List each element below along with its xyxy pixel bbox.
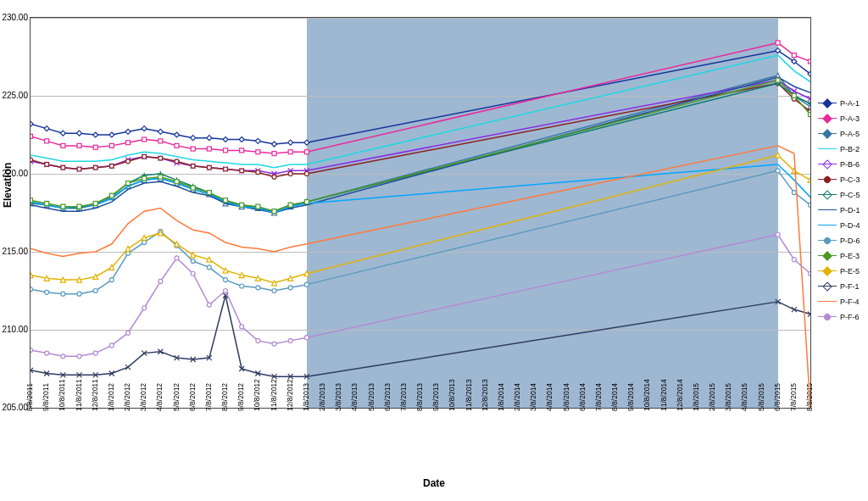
svg-point-173 [93,351,97,355]
svg-rect-40 [288,150,292,154]
svg-line-97 [307,170,778,284]
svg-rect-121 [31,198,33,203]
svg-marker-2 [44,126,49,131]
svg-rect-141 [809,113,811,117]
svg-marker-148 [93,274,98,279]
svg-point-88 [288,172,292,176]
svg-point-117 [792,191,796,195]
svg-marker-12 [207,136,212,141]
svg-point-116 [776,169,780,173]
legend-label: P-E-5 [840,267,860,276]
y-tick-label: 210.00 [0,325,28,334]
legend-item: P-F-4 [818,296,860,307]
svg-point-74 [61,165,65,170]
svg-rect-130 [175,180,179,184]
svg-marker-4 [77,131,82,136]
svg-line-70 [307,81,778,171]
svg-marker-158 [255,276,260,281]
svg-rect-29 [109,143,114,148]
svg-marker-1 [31,121,33,126]
legend-item: P-B-6 [818,159,860,170]
svg-marker-14 [239,137,244,142]
svg-point-115 [304,282,309,287]
legend-item: P-A-5 [818,128,860,139]
svg-point-187 [776,232,780,237]
svg-marker-155 [207,257,212,262]
plot-area [30,17,811,409]
svg-point-185 [288,338,292,342]
svg-point-81 [175,159,179,164]
svg-point-75 [77,167,81,171]
svg-point-110 [224,278,228,282]
legend-label: P-A-1 [840,99,860,108]
y-tick-label: 220.00 [0,169,28,178]
svg-marker-8 [142,126,147,131]
svg-rect-36 [224,148,228,153]
svg-marker-17 [288,140,293,145]
svg-point-113 [272,289,276,293]
svg-point-104 [126,251,131,255]
svg-point-89 [304,172,309,176]
svg-marker-6 [109,132,114,137]
svg-marker-3 [60,131,65,136]
legend-item: P-F-1 [818,281,860,292]
svg-rect-134 [240,203,244,207]
legend-item: P-C-3 [818,174,860,185]
legend-label: P-A-3 [840,114,860,123]
svg-rect-28 [93,145,97,149]
y-tick-label: 215.00 [0,247,28,256]
svg-marker-146 [60,277,65,282]
svg-rect-38 [256,150,260,154]
legend-label: P-F-6 [840,313,860,321]
svg-point-72 [31,158,33,162]
y-tick-label: 205.00 [0,403,28,412]
y-tick-label: 225.00 [0,91,28,100]
legend-item: P-D-1 [818,204,860,215]
legend-item: P-C-5 [818,189,860,200]
legend-item: P-F-6 [818,311,860,322]
svg-point-80 [159,156,163,160]
svg-point-188 [792,258,796,262]
svg-marker-11 [191,136,196,141]
legend-label: P-C-3 [840,175,860,184]
svg-rect-126 [109,193,114,198]
svg-rect-42 [776,41,780,45]
svg-point-184 [272,342,276,346]
legend-label: P-D-6 [840,237,860,245]
svg-point-99 [45,290,49,294]
svg-point-82 [191,164,195,168]
svg-point-79 [142,154,147,159]
svg-marker-151 [142,235,147,240]
svg-point-181 [224,289,228,293]
svg-rect-138 [304,200,309,204]
svg-point-103 [109,278,114,282]
svg-point-85 [240,169,244,173]
svg-rect-125 [93,201,97,205]
svg-point-98 [31,287,33,292]
legend-item: P-E-3 [818,250,860,261]
svg-point-169 [31,348,33,352]
svg-point-78 [126,159,131,164]
svg-point-170 [45,351,49,355]
svg-rect-137 [288,203,292,207]
svg-rect-140 [792,94,796,98]
elevation-chart: Elevation Date P-A-1P-A-3P-A-5P-B-2P-B-6… [0,0,868,501]
svg-point-108 [191,259,195,264]
svg-rect-43 [792,53,796,58]
svg-point-86 [256,170,260,175]
svg-point-183 [256,338,260,342]
svg-point-180 [207,303,211,307]
svg-marker-16 [272,142,277,147]
svg-marker-10 [175,132,180,137]
svg-marker-145 [44,276,49,281]
legend-label: P-C-5 [840,191,860,199]
svg-point-112 [256,286,260,290]
legend-label: P-F-4 [840,298,860,306]
svg-point-182 [240,325,244,329]
svg-marker-162 [776,153,781,158]
svg-point-178 [175,256,179,260]
svg-point-179 [191,271,195,276]
svg-rect-39 [272,152,276,156]
svg-point-177 [159,279,163,283]
svg-point-114 [288,286,292,290]
